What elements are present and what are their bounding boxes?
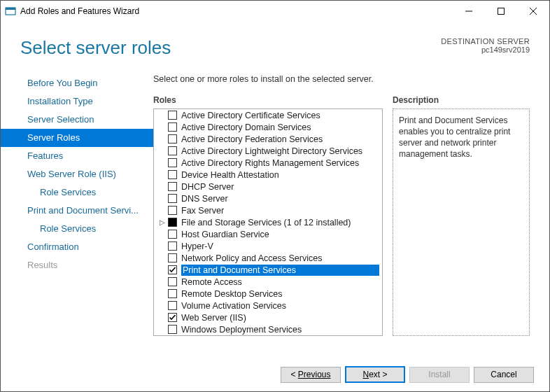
cancel-button[interactable]: Cancel	[474, 367, 534, 383]
role-label: Host Guardian Service	[181, 229, 379, 240]
role-row[interactable]: Active Directory Lightweight Directory S…	[154, 145, 382, 157]
instruction-text: Select one or more roles to install on t…	[153, 74, 530, 84]
role-label: Hyper-V	[181, 241, 379, 252]
previous-button[interactable]: < Previous	[281, 367, 341, 383]
titlebar: Add Roles and Features Wizard	[1, 1, 549, 22]
role-label: Device Health Attestation	[181, 169, 379, 181]
role-checkbox[interactable]	[168, 111, 177, 120]
destination-label: DESTINATION SERVER	[441, 37, 530, 46]
role-label: Print and Document Services	[181, 265, 379, 276]
nav-item[interactable]: Print and Document Servi...	[1, 202, 153, 220]
maximize-button[interactable]	[485, 1, 517, 22]
install-button: Install	[409, 367, 470, 383]
nav-item[interactable]: Server Selection	[1, 111, 153, 129]
role-label: Windows Deployment Services	[181, 324, 379, 335]
role-row[interactable]: Active Directory Rights Management Servi…	[154, 157, 382, 169]
close-button[interactable]	[517, 1, 549, 22]
nav-item[interactable]: Before You Begin	[1, 74, 153, 92]
role-row[interactable]: Volume Activation Services	[154, 300, 382, 312]
role-row[interactable]: Device Health Attestation	[154, 169, 382, 181]
destination-server: DESTINATION SERVER pc149srv2019	[441, 37, 530, 54]
expand-icon[interactable]: ▷	[160, 217, 167, 228]
nav-item[interactable]: Features	[1, 147, 153, 165]
role-row[interactable]: Active Directory Domain Services	[154, 121, 382, 133]
role-checkbox[interactable]	[168, 206, 177, 215]
roles-heading: Roles	[153, 95, 383, 105]
role-label: Active Directory Domain Services	[181, 122, 379, 133]
nav-item[interactable]: Server Roles	[1, 129, 153, 147]
role-checkbox[interactable]	[168, 122, 177, 132]
svg-rect-3	[498, 8, 505, 15]
role-row[interactable]: Remote Access	[154, 276, 382, 288]
role-row[interactable]: Print and Document Services	[154, 264, 382, 276]
role-row[interactable]: Web Server (IIS)	[154, 312, 382, 323]
role-label: Active Directory Certificate Services	[181, 110, 379, 121]
role-checkbox[interactable]	[168, 134, 177, 144]
role-label: DNS Server	[181, 193, 379, 204]
role-label: Volume Activation Services	[181, 300, 379, 312]
role-checkbox[interactable]	[168, 158, 177, 167]
role-checkbox[interactable]	[168, 265, 177, 274]
role-checkbox[interactable]	[168, 277, 177, 286]
nav-item[interactable]: Web Server Role (IIS)	[1, 165, 153, 183]
role-label: DHCP Server	[181, 181, 379, 192]
role-row[interactable]: Active Directory Federation Services	[154, 133, 382, 145]
destination-value: pc149srv2019	[441, 46, 530, 54]
role-row[interactable]: Host Guardian Service	[154, 228, 382, 240]
role-row[interactable]: Network Policy and Access Services	[154, 252, 382, 264]
minimize-button[interactable]	[453, 1, 485, 22]
svg-rect-1	[6, 8, 15, 10]
role-row[interactable]: Fax Server	[154, 204, 382, 216]
role-row[interactable]: ▷File and Storage Services (1 of 12 inst…	[154, 216, 382, 228]
role-label: File and Storage Services (1 of 12 insta…	[181, 217, 379, 228]
next-button[interactable]: Next >	[345, 366, 405, 383]
role-label: Active Directory Federation Services	[181, 134, 379, 145]
role-checkbox[interactable]	[168, 194, 177, 203]
role-checkbox[interactable]	[168, 218, 177, 227]
role-row[interactable]: Remote Desktop Services	[154, 288, 382, 300]
role-checkbox[interactable]	[168, 230, 177, 239]
window-title: Add Roles and Features Wizard	[20, 6, 453, 16]
role-checkbox[interactable]	[168, 241, 177, 251]
role-row[interactable]: Windows Deployment Services	[154, 323, 382, 335]
role-row[interactable]: DNS Server	[154, 192, 382, 204]
role-row[interactable]: DHCP Server	[154, 181, 382, 192]
footer: < Previous Next > Install Cancel	[1, 358, 549, 391]
role-label: Web Server (IIS)	[181, 312, 379, 323]
role-row[interactable]: Hyper-V	[154, 240, 382, 252]
description-heading: Description	[393, 95, 530, 105]
nav-item[interactable]: Role Services	[1, 220, 153, 238]
nav-item[interactable]: Installation Type	[1, 92, 153, 111]
header: Select server roles DESTINATION SERVER p…	[1, 22, 549, 59]
role-label: Fax Server	[181, 205, 379, 216]
role-checkbox[interactable]	[168, 289, 177, 298]
role-label: Remote Desktop Services	[181, 288, 379, 300]
nav-item[interactable]: Confirmation	[1, 238, 153, 256]
role-label: Active Directory Lightweight Directory S…	[181, 146, 379, 157]
role-checkbox[interactable]	[168, 301, 177, 310]
role-row[interactable]: Active Directory Certificate Services	[154, 109, 382, 121]
role-label: Network Policy and Access Services	[181, 253, 379, 264]
description-box: Print and Document Services enables you …	[393, 108, 530, 336]
roles-listbox[interactable]: Active Directory Certificate ServicesAct…	[153, 108, 383, 336]
page-title: Select server roles	[20, 37, 171, 59]
role-checkbox[interactable]	[168, 313, 177, 322]
role-checkbox[interactable]	[168, 325, 177, 334]
role-checkbox[interactable]	[168, 146, 177, 155]
role-label: Active Directory Rights Management Servi…	[181, 158, 379, 169]
wizard-nav: Before You BeginInstallation TypeServer …	[1, 74, 153, 360]
app-icon	[5, 6, 16, 17]
role-label: Remote Access	[181, 276, 379, 288]
nav-item[interactable]: Role Services	[1, 183, 153, 202]
role-checkbox[interactable]	[168, 170, 177, 179]
role-checkbox[interactable]	[168, 182, 177, 191]
role-checkbox[interactable]	[168, 253, 177, 262]
nav-item: Results	[1, 256, 153, 274]
